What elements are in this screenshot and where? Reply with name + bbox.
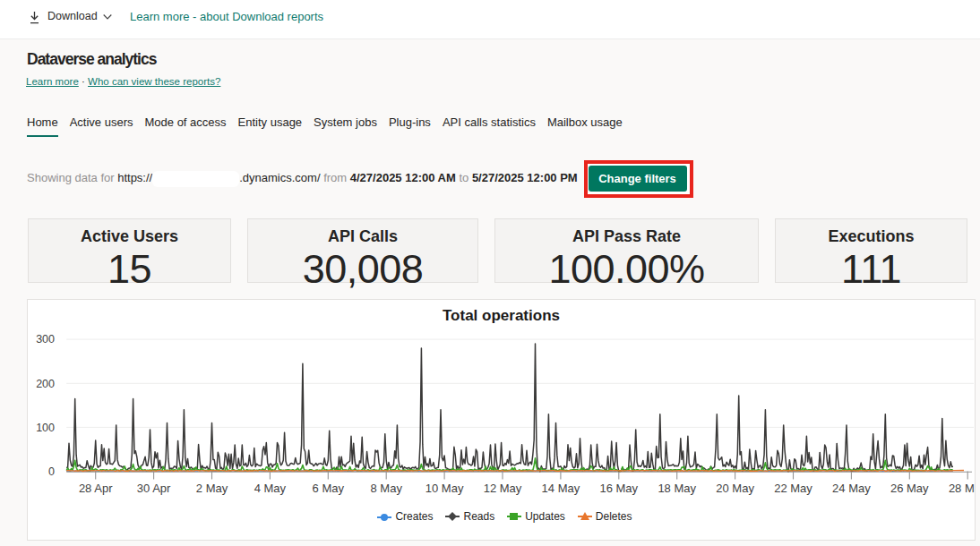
- svg-text:16 May: 16 May: [599, 482, 638, 495]
- svg-text:6 May: 6 May: [313, 482, 345, 495]
- svg-text:20 May: 20 May: [716, 482, 754, 495]
- svg-text:30 Apr: 30 Apr: [137, 482, 171, 495]
- svg-text:4 May: 4 May: [254, 482, 287, 495]
- svg-text:200: 200: [36, 378, 55, 390]
- svg-text:28 May: 28 May: [949, 482, 980, 495]
- svg-text:100: 100: [36, 422, 55, 434]
- svg-text:18 May: 18 May: [658, 482, 696, 495]
- svg-text:28 Apr: 28 Apr: [79, 482, 113, 495]
- svg-text:0: 0: [48, 465, 55, 478]
- svg-text:22 May: 22 May: [774, 482, 812, 495]
- svg-text:26 May: 26 May: [890, 482, 929, 495]
- svg-text:8 May: 8 May: [370, 482, 402, 495]
- svg-text:2 May: 2 May: [196, 482, 228, 495]
- svg-text:12 May: 12 May: [484, 482, 522, 495]
- svg-text:14 May: 14 May: [542, 482, 580, 495]
- svg-text:10 May: 10 May: [426, 482, 464, 495]
- svg-text:24 May: 24 May: [832, 482, 871, 495]
- svg-text:300: 300: [36, 333, 55, 346]
